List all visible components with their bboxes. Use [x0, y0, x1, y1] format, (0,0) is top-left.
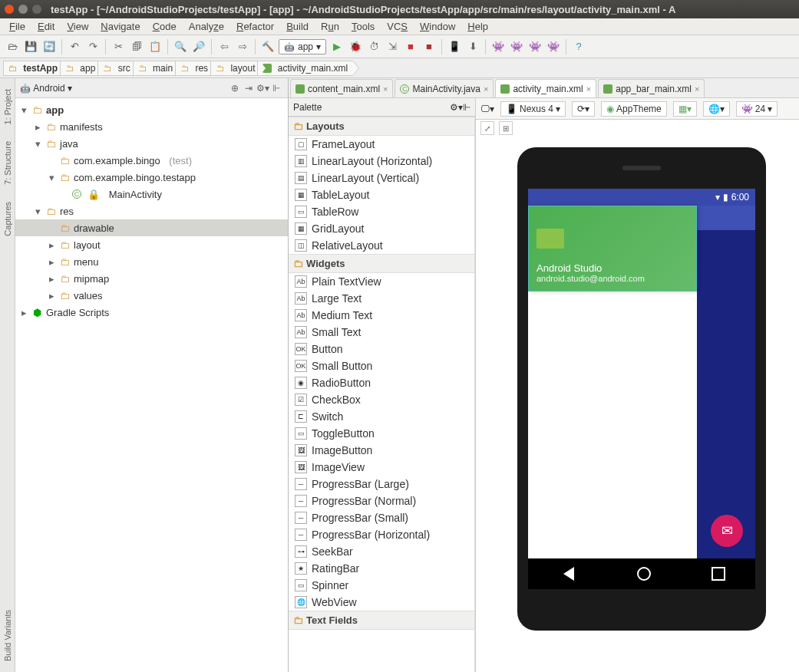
recents-icon[interactable]: [712, 567, 725, 581]
toggle-grid-icon[interactable]: ⊞: [499, 121, 513, 135]
theme-selector[interactable]: ◉AppTheme: [601, 101, 667, 117]
palette-item[interactable]: ▢FrameLayout: [289, 136, 474, 153]
menu-view[interactable]: View: [62, 19, 93, 34]
sdk-manager-icon[interactable]: ⬇: [465, 39, 480, 54]
close-icon[interactable]: ×: [695, 84, 699, 94]
paste-icon[interactable]: 📋: [147, 39, 163, 54]
tree-node-menu[interactable]: ▸menu: [15, 253, 288, 270]
tree-node-layout[interactable]: ▸layout: [15, 236, 288, 253]
tree-node-drawable[interactable]: drawable: [15, 219, 288, 236]
run-icon[interactable]: ▶: [329, 39, 345, 54]
android-icon[interactable]: 👾: [509, 39, 524, 54]
tab-mainactivity[interactable]: CMainActivity.java×: [395, 79, 494, 97]
palette-item[interactable]: ◉RadioButton: [289, 374, 474, 391]
palette-item[interactable]: ─ProgressBar (Small): [289, 509, 474, 526]
api-selector[interactable]: 👾24▾: [736, 101, 778, 117]
palette-group[interactable]: Text Fields: [289, 611, 474, 630]
palette-item[interactable]: ─ProgressBar (Large): [289, 476, 474, 492]
device-screen[interactable]: ▾ ▮ 6:00 testApp Androi: [528, 189, 755, 589]
render-icon[interactable]: 🖵▾: [480, 104, 494, 114]
palette-item[interactable]: AbMedium Text: [289, 307, 474, 324]
save-icon[interactable]: 💾: [23, 39, 38, 54]
tab-project[interactable]: 1: Project: [3, 86, 12, 127]
close-icon[interactable]: ×: [586, 84, 591, 94]
avd-manager-icon[interactable]: 📱: [447, 39, 462, 54]
project-view-selector[interactable]: Android ▾: [33, 83, 228, 94]
copy-icon[interactable]: 🗐: [129, 39, 144, 54]
globe-selector[interactable]: 🌐▾: [703, 101, 730, 117]
palette-item[interactable]: ▭TableRow: [289, 203, 474, 220]
device-selector[interactable]: 📱 Nexus 4▾: [500, 101, 566, 117]
android-icon[interactable]: 👾: [546, 39, 561, 54]
palette-list[interactable]: Layouts▢FrameLayout▥LinearLayout (Horizo…: [289, 117, 475, 672]
menu-code[interactable]: Code: [148, 19, 181, 34]
make-icon[interactable]: 🔨: [260, 39, 276, 54]
tab-captures[interactable]: Captures: [3, 199, 12, 239]
palette-item[interactable]: ▭ToggleButton: [289, 425, 474, 442]
target-icon[interactable]: ⊕: [228, 83, 242, 94]
stop-icon[interactable]: ■: [403, 39, 418, 54]
tree-node-mipmap[interactable]: ▸mipmap: [15, 270, 288, 287]
palette-item[interactable]: OKSmall Button: [289, 357, 474, 374]
minimize-window-icon[interactable]: [18, 5, 28, 14]
android-icon[interactable]: 👾: [527, 39, 543, 54]
hide-icon[interactable]: ⊩: [463, 102, 470, 113]
crumb-project[interactable]: testApp: [3, 61, 63, 76]
palette-item[interactable]: ⊏Switch: [289, 408, 474, 425]
palette-item[interactable]: ─ProgressBar (Horizontal): [289, 526, 474, 543]
collapse-icon[interactable]: ⇥: [242, 83, 256, 94]
open-icon[interactable]: 🗁: [5, 39, 20, 54]
help-icon[interactable]: ?: [571, 39, 586, 54]
tree-node-app[interactable]: ▾app: [15, 101, 288, 118]
palette-item[interactable]: ▦TableLayout: [289, 186, 474, 203]
menu-tools[interactable]: Tools: [347, 19, 379, 34]
palette-item[interactable]: ▭Spinner: [289, 577, 474, 594]
debug-icon[interactable]: 🐞: [348, 39, 363, 54]
tab-content-main[interactable]: content_main.xml×: [290, 79, 393, 97]
toggle-size-icon[interactable]: ⤢: [480, 121, 494, 135]
palette-item[interactable]: ☑CheckBox: [289, 391, 474, 408]
palette-item[interactable]: OKButton: [289, 341, 474, 357]
maximize-window-icon[interactable]: [32, 5, 41, 14]
stop-icon-2[interactable]: ■: [421, 39, 437, 54]
palette-item[interactable]: 🖼ImageButton: [289, 442, 474, 459]
tree-node-gradle[interactable]: ▸⬢Gradle Scripts: [15, 304, 288, 321]
menu-vcs[interactable]: VCS: [382, 19, 412, 34]
fab-button[interactable]: ✉: [711, 515, 743, 547]
menu-refactor[interactable]: Refactor: [232, 19, 279, 34]
tab-structure[interactable]: 7: Structure: [3, 138, 12, 188]
run-config-selector[interactable]: app ▾: [279, 39, 326, 54]
profile-icon[interactable]: ⏱: [366, 39, 381, 54]
tree-node-values[interactable]: ▸values: [15, 287, 288, 304]
palette-item[interactable]: 🖼ImageView: [289, 459, 474, 476]
tab-build-variants[interactable]: Build Variants: [3, 607, 12, 664]
canvas[interactable]: ▾ ▮ 6:00 testApp Androi: [476, 135, 799, 672]
sync-icon[interactable]: 🔄: [41, 39, 57, 54]
tab-activity-main[interactable]: activity_main.xml×: [495, 79, 596, 97]
palette-item[interactable]: AbSmall Text: [289, 324, 474, 341]
palette-item[interactable]: ─ProgressBar (Normal): [289, 492, 474, 509]
tree-node-pkg-test[interactable]: com.example.bingo (test): [15, 152, 288, 169]
menu-build[interactable]: Build: [282, 19, 313, 34]
replace-icon[interactable]: 🔎: [191, 39, 206, 54]
tree-node-pkg-app[interactable]: ▾com.example.bingo.testapp: [15, 169, 288, 186]
menu-help[interactable]: Help: [463, 19, 493, 34]
menu-navigate[interactable]: Navigate: [96, 19, 144, 34]
menu-analyze[interactable]: Analyze: [184, 19, 229, 34]
hide-icon[interactable]: ⊩: [269, 83, 283, 94]
menu-run[interactable]: Run: [316, 19, 344, 34]
tree-node-java[interactable]: ▾java: [15, 135, 288, 152]
locale-selector[interactable]: ▦▾: [673, 101, 697, 117]
undo-icon[interactable]: ↶: [67, 39, 82, 54]
palette-item[interactable]: AbLarge Text: [289, 290, 474, 307]
menu-edit[interactable]: Edit: [33, 19, 59, 34]
palette-item[interactable]: ▥LinearLayout (Horizontal): [289, 153, 474, 170]
tree-node-mainactivity[interactable]: C🔒 MainActivity: [15, 186, 288, 203]
palette-item[interactable]: ▦GridLayout: [289, 220, 474, 237]
close-icon[interactable]: ×: [484, 84, 488, 94]
menu-file[interactable]: File: [5, 19, 30, 34]
redo-icon[interactable]: ↷: [85, 39, 101, 54]
tab-appbar-main[interactable]: app_bar_main.xml×: [598, 79, 705, 97]
tree-node-res[interactable]: ▾res: [15, 203, 288, 219]
home-icon[interactable]: [637, 567, 651, 581]
